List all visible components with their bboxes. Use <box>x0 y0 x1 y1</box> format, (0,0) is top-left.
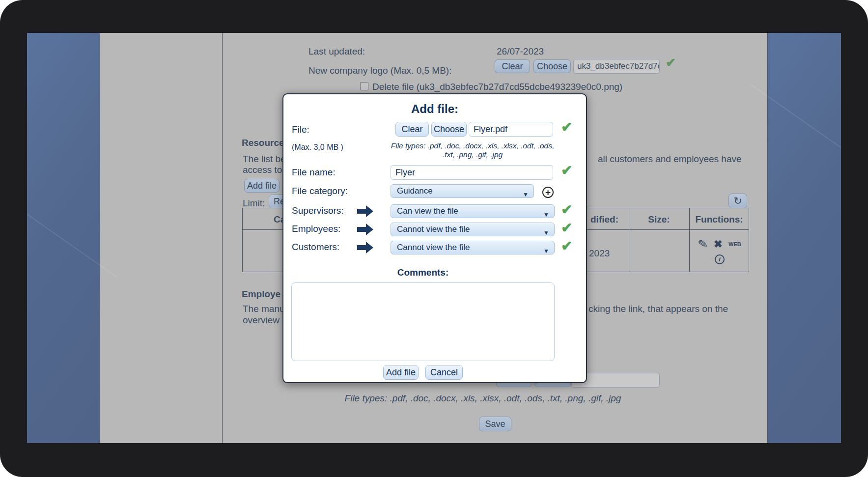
delete-file-checkbox[interactable] <box>360 82 368 90</box>
resources-text-line1-left: The list be <box>243 154 286 165</box>
file-name-label: File name: <box>292 167 336 178</box>
employees-label: Employees: <box>292 224 340 234</box>
refresh-button[interactable]: ↻ <box>728 194 747 208</box>
dialog-add-file-button[interactable]: Add file <box>383 365 419 380</box>
last-updated-value: 26/07-2023 <box>497 46 544 57</box>
add-category-button[interactable]: + <box>542 187 554 198</box>
attention-arrow-icon <box>357 205 375 217</box>
table-row-modified-value: 2023 <box>589 248 610 259</box>
content-right-divider <box>767 33 768 443</box>
add-file-dialog: Add file: File: Clear Choose Flyer.pdf ✔… <box>282 93 587 383</box>
employees-value: Cannot view the file <box>397 224 470 234</box>
file-category-label: File category: <box>292 186 348 196</box>
file-name-field[interactable]: Flyer <box>391 165 553 180</box>
comments-label: Comments: <box>291 267 555 278</box>
employees-select[interactable]: Cannot view the file▼ <box>391 223 555 236</box>
file-types-note-line2: .txt, .png, .gif, .jpg <box>391 150 555 159</box>
right-margin-band <box>768 33 841 443</box>
device-frame: Last updated: 26/07-2023 New company log… <box>0 0 868 477</box>
employees-text-line1-right: cking the link, that appears on the <box>588 304 728 314</box>
band-stripe <box>750 84 841 160</box>
employees-section-heading: Employe <box>242 289 280 300</box>
caret-down-icon: ▼ <box>543 226 549 239</box>
customers-value: Cannot view the file <box>397 243 470 252</box>
save-button[interactable]: Save <box>479 417 511 431</box>
customers-label: Customers: <box>292 242 339 253</box>
logo-choose-button[interactable]: Choose <box>533 59 571 73</box>
dialog-title: Add file: <box>283 102 586 116</box>
attention-arrow-icon <box>357 224 375 235</box>
customers-valid-check-icon: ✔ <box>561 238 572 254</box>
dialog-cancel-button[interactable]: Cancel <box>425 365 463 380</box>
delete-icon[interactable]: ✖ <box>714 238 723 250</box>
max-size-note: (Max. 3,0 MB ) <box>292 143 343 152</box>
comments-textarea[interactable] <box>291 282 555 361</box>
table-header-modified: dified: <box>590 214 618 225</box>
logo-valid-check-icon: ✔ <box>666 56 676 70</box>
web-link-label[interactable]: WEB <box>728 241 741 247</box>
file-category-select[interactable]: Guidance▼ <box>391 184 534 198</box>
supervisors-label: Supervisors: <box>292 205 344 216</box>
bottom-file-types-note: File types: .pdf, .doc, .docx, .xls, .xl… <box>224 393 742 404</box>
left-margin-band <box>27 33 100 443</box>
last-updated-label: Last updated: <box>308 46 365 57</box>
file-category-value: Guidance <box>397 186 433 196</box>
supervisors-valid-check-icon: ✔ <box>561 201 572 218</box>
sidebar-divider <box>222 33 223 443</box>
employees-valid-check-icon: ✔ <box>561 220 572 236</box>
file-name-valid-check-icon: ✔ <box>561 162 572 178</box>
limit-label: Limit: <box>243 198 265 209</box>
customers-select[interactable]: Cannot view the file▼ <box>391 241 555 254</box>
info-icon[interactable]: i <box>715 254 725 264</box>
caret-down-icon: ▼ <box>543 245 549 257</box>
resources-section-heading: Resource <box>242 138 284 148</box>
file-label: File: <box>292 124 309 135</box>
delete-file-label: Delete file (uk3_db3ebfec7b27d7cd55dcbe4… <box>372 82 622 92</box>
file-valid-check-icon: ✔ <box>561 119 572 135</box>
employees-text-line1-left: The manu <box>243 304 285 314</box>
company-logo-label: New company logo (Max. 0,5 MB): <box>308 65 451 76</box>
caret-down-icon: ▼ <box>523 188 529 201</box>
table-header-functions: Functions: <box>689 214 749 225</box>
file-clear-button[interactable]: Clear <box>395 122 429 137</box>
page-screen: Last updated: 26/07-2023 New company log… <box>27 33 841 443</box>
caret-down-icon: ▼ <box>543 208 549 221</box>
attention-arrow-icon <box>357 242 375 253</box>
resources-text-line2-left: access to <box>243 165 282 175</box>
logo-filename-field[interactable]: uk3_db3ebfec7b27d7c <box>573 59 660 74</box>
resources-text-line1-right: all customers and employees have <box>598 154 742 165</box>
supervisors-select[interactable]: Can view the file▼ <box>391 204 555 218</box>
file-value-field[interactable]: Flyer.pdf <box>469 122 553 137</box>
band-stripe <box>27 202 117 278</box>
file-types-note-line1: File types: .pdf, .doc, .docx, .xls, .xl… <box>391 141 555 150</box>
background-add-file-button[interactable]: Add file <box>244 179 280 193</box>
table-header-size: Size: <box>629 214 689 225</box>
logo-clear-button[interactable]: Clear <box>495 59 530 73</box>
employees-text-line2-left: overview <box>243 315 280 326</box>
supervisors-value: Can view the file <box>397 206 458 216</box>
file-choose-button[interactable]: Choose <box>431 122 467 137</box>
refresh-icon: ↻ <box>733 195 742 206</box>
